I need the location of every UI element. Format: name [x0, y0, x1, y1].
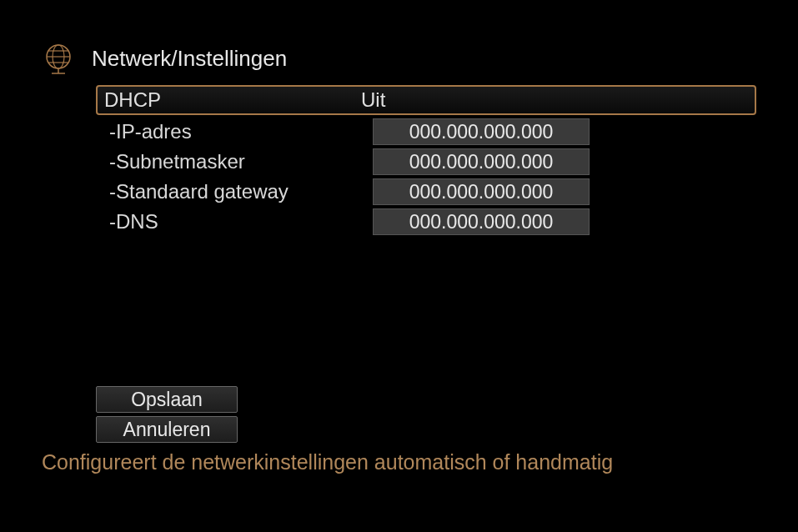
settings-panel: Netwerk/Instellingen DHCP Uit -IP-adres … — [42, 42, 756, 237]
gateway-row: -Standaard gateway 000.000.000.000 — [96, 177, 756, 207]
cancel-button[interactable]: Annuleren — [96, 416, 238, 443]
dhcp-row[interactable]: DHCP Uit — [96, 85, 756, 115]
dhcp-value: Uit — [353, 88, 385, 112]
gateway-field[interactable]: 000.000.000.000 — [373, 178, 590, 205]
ip-address-label: -IP-adres — [96, 120, 353, 143]
save-button[interactable]: Opslaan — [96, 386, 238, 413]
header: Netwerk/Instellingen — [42, 42, 756, 75]
ip-address-field[interactable]: 000.000.000.000 — [373, 118, 590, 145]
settings-list: DHCP Uit -IP-adres 000.000.000.000 -Subn… — [96, 85, 756, 237]
help-text: Configureert de netwerkinstellingen auto… — [42, 450, 613, 474]
subnet-mask-row: -Subnetmasker 000.000.000.000 — [96, 147, 756, 177]
page-title: Netwerk/Instellingen — [92, 46, 287, 72]
dns-field[interactable]: 000.000.000.000 — [373, 208, 590, 235]
dhcp-label: DHCP — [103, 88, 353, 112]
subnet-mask-label: -Subnetmasker — [96, 150, 353, 173]
ip-address-row: -IP-adres 000.000.000.000 — [96, 117, 756, 147]
dns-row: -DNS 000.000.000.000 — [96, 207, 756, 237]
gateway-label: -Standaard gateway — [96, 180, 353, 203]
dns-label: -DNS — [96, 210, 353, 233]
button-group: Opslaan Annuleren — [96, 386, 238, 446]
globe-icon — [42, 42, 75, 75]
subnet-mask-field[interactable]: 000.000.000.000 — [373, 148, 590, 175]
